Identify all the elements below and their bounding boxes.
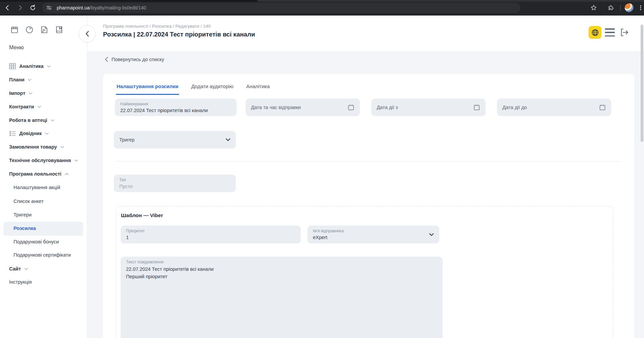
chevron-left-icon [85,31,89,37]
trigger-select[interactable]: Тригер [114,131,236,149]
forward-icon[interactable] [17,4,24,11]
date-from-placeholder: Дата дії з [377,105,398,110]
name-field-value: 22.07.2024 Тест пріоритетів всі канали [120,108,208,113]
logout-icon[interactable] [620,28,629,37]
calendar-icon[interactable] [348,104,354,111]
browser-menu-icon[interactable] [637,4,644,11]
sender-select[interactable]: Ім'я відправника eXpert [307,226,439,243]
sender-field-value: eXpert [313,235,327,240]
message-line-2: Перший пріоритет [126,274,167,279]
sidebar-item-product-orders[interactable]: Замовлення товару [9,142,64,152]
calendar-icon[interactable] [473,104,480,111]
chevron-down-icon [38,106,41,108]
page-scrollbar[interactable] [641,25,643,142]
sidebar-item-label: Сайт [9,266,21,271]
message-textarea[interactable]: Текст повідомлення 22.07.2024 Тест пріор… [121,257,443,338]
trigger-placeholder: Тригер [119,137,134,142]
sidebar-item-plans[interactable]: Плани [9,75,31,84]
name-field[interactable]: Найменування 22.07.2024 Тест пріоритетів… [115,99,237,116]
pie-chart-icon[interactable] [25,25,34,34]
back-to-list-label: Повернутись до списку [112,57,164,62]
chevron-down-icon [74,159,78,162]
chevron-down-icon [29,92,32,95]
sidebar: Меню Аналітика Плани Імпорт Контракти Ро… [0,16,87,338]
chevron-left-icon [105,57,108,62]
sidebar-subitem-questionnaires[interactable]: Список анкет [14,197,44,206]
back-icon[interactable] [4,4,11,11]
profile-avatar[interactable] [625,3,634,12]
send-datetime-placeholder: Дата та час відправки [251,105,301,110]
name-field-label: Найменування [120,102,148,106]
date-to-field[interactable]: Дата дії до [497,99,611,116]
sidebar-item-technical-service[interactable]: Технічне обслуговування [9,156,78,165]
chevron-down-icon [60,146,64,148]
chevron-up-icon [65,173,69,175]
tab-mailing-settings[interactable]: Налаштування розсилки [116,80,179,95]
sidebar-item-instruction[interactable]: Інструкція [9,277,32,287]
sidebar-collapse-button[interactable] [79,25,96,42]
language-button[interactable] [589,26,601,39]
sidebar-subitem-label: Подарункові бонуси [14,239,59,244]
sidebar-item-label: Контракти [9,104,34,109]
sidebar-item-loyalty-program[interactable]: Програма лояльності [9,169,69,179]
site-info-icon[interactable] [46,5,52,11]
url-host: pharmapoint.ua [57,5,90,10]
chevron-down-icon [226,138,230,141]
priority-field-value: 1 [126,235,129,240]
chevron-down-icon [51,119,54,122]
sidebar-subitem-label: Тригери [14,212,31,217]
archive-icon[interactable] [10,25,19,34]
sidebar-subitem-label: Розсилка [14,226,36,231]
menu-title: Меню [9,45,24,51]
type-field[interactable]: Тип Пусто [114,175,236,192]
sidebar-item-label: Замовлення товару [9,144,57,150]
chevron-down-icon [24,268,28,270]
sidebar-item-analytics[interactable]: Аналітика [9,61,51,71]
bookmark-star-icon[interactable] [590,4,597,11]
toolbar-separator [620,4,621,11]
sidebar-item-import[interactable]: Імпорт [9,88,32,98]
sidebar-item-label: Інструкція [9,279,32,285]
book-icon[interactable] [55,25,64,34]
hamburger-menu-icon[interactable] [605,28,615,36]
back-to-list-link[interactable]: Повернутись до списку [105,57,164,62]
chevron-down-icon [47,65,51,68]
sidebar-item-contracts[interactable]: Контракти [9,102,41,111]
sidebar-subitem-promo-settings[interactable]: Налаштування акцій [14,183,60,192]
tab-analytics[interactable]: Аналітика [246,80,270,95]
url-text[interactable]: pharmapoint.ua/loyalty/mailing-list/edit… [57,5,146,10]
calendar-icon[interactable] [599,104,606,111]
address-bar[interactable]: pharmapoint.ua/loyalty/mailing-list/edit… [42,3,520,13]
sidebar-item-label: Довідник [19,131,42,136]
page-header: Програма лояльності / Розсилка / Редагув… [87,16,644,51]
template-section-title: Шаблон — Viber [121,212,163,218]
priority-field[interactable]: Пріоритет 1 [121,226,301,243]
reference-list-icon [9,131,16,136]
tab-add-audience[interactable]: Додати аудиторію [191,80,234,95]
mailing-form-card: Налаштування розсилки Додати аудиторію А… [103,74,634,338]
browser-toolbar: pharmapoint.ua/loyalty/mailing-list/edit… [0,0,644,16]
send-datetime-field[interactable]: Дата та час відправки [246,99,360,116]
sidebar-item-label: Технічне обслуговування [9,158,71,163]
sidebar-subitem-gift-bonuses[interactable]: Подарункові бонуси [14,237,59,246]
type-field-label: Тип [119,178,126,182]
document-icon[interactable] [40,25,49,34]
sidebar-subitem-mailing[interactable]: Розсилка [14,224,36,233]
sidebar-subitem-triggers[interactable]: Тригери [14,210,31,219]
sidebar-subitem-label: Налаштування акцій [14,185,60,190]
globe-icon [591,29,599,36]
date-from-field[interactable]: Дата дії з [371,99,486,116]
extensions-icon[interactable] [608,4,614,11]
reload-icon[interactable] [29,4,36,11]
date-to-placeholder: Дата дії до [502,105,527,110]
chevron-down-icon [28,79,31,81]
sidebar-item-label: Робота в аптеці [9,118,47,123]
chevron-down-icon [429,233,434,236]
sidebar-item-site[interactable]: Сайт [9,264,28,274]
sidebar-item-pharmacy-work[interactable]: Робота в аптеці [9,115,54,125]
window-top-strip-right [257,0,644,2]
sidebar-subitem-gift-certificates[interactable]: Подарункові сертифікати [14,250,71,260]
sidebar-item-reference[interactable]: Довідник [9,129,49,138]
sidebar-item-label: Імпорт [9,90,25,96]
sidebar-subitem-label: Список анкет [14,199,44,204]
